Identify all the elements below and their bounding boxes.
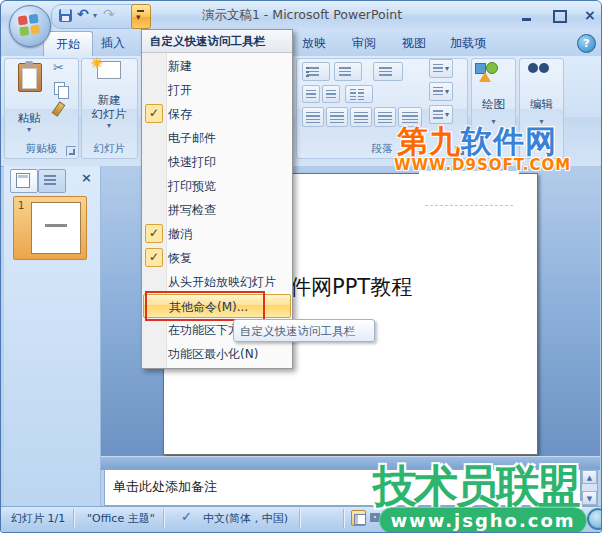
tab-view[interactable]: 视图 xyxy=(393,31,435,56)
menu-item-minimize-ribbon[interactable]: 功能区最小化(N) xyxy=(143,342,291,366)
slides-tab-icon xyxy=(16,173,30,188)
new-slide-button-line2[interactable]: 幻灯片 xyxy=(83,107,135,122)
outline-tab-icon xyxy=(44,175,56,185)
menu-item-redo[interactable]: ✓恢复 xyxy=(143,246,291,270)
undo-dropdown-icon[interactable]: ▾ xyxy=(93,11,97,20)
checkmark-icon: ✓ xyxy=(145,224,163,243)
sparkle-icon: ✳ xyxy=(91,55,103,71)
copy-icon[interactable] xyxy=(54,82,65,95)
undo-icon[interactable]: ↶ xyxy=(77,6,89,22)
slide-thumbnail-number: 1 xyxy=(18,200,24,211)
tab-home[interactable]: 开始 xyxy=(43,31,93,57)
tab-insert[interactable]: 插入 xyxy=(93,31,133,56)
help-icon[interactable]: ? xyxy=(577,34,596,53)
increase-indent-button[interactable] xyxy=(322,85,340,103)
status-slide-indicator: 幻灯片 1/1 xyxy=(11,511,65,526)
menu-item-new[interactable]: 新建 xyxy=(143,54,291,78)
menu-header: 自定义快速访问工具栏 xyxy=(142,30,292,53)
close-button[interactable]: × xyxy=(584,7,596,23)
justify-button[interactable] xyxy=(374,107,396,127)
checkmark-icon: ✓ xyxy=(145,104,163,123)
slide-title-text[interactable]: 件网PPT教程 xyxy=(290,273,412,301)
watermark-dashed-line xyxy=(425,205,513,206)
binoculars-icon xyxy=(528,63,538,73)
office-logo-icon xyxy=(18,14,41,37)
columns-button[interactable] xyxy=(345,85,373,103)
line-spacing-button[interactable] xyxy=(373,62,403,81)
notes-placeholder[interactable]: 单击此处添加备注 xyxy=(113,478,217,496)
chevron-down-icon: ▾ xyxy=(136,12,141,22)
tab-slideshow[interactable]: 放映 xyxy=(294,31,334,56)
status-theme[interactable]: "Office 主题" xyxy=(87,511,155,526)
status-separator xyxy=(163,509,164,528)
slide-thumbnail-text xyxy=(45,224,67,227)
editing-button[interactable]: 编辑 xyxy=(519,97,564,112)
align-right-button[interactable] xyxy=(350,107,372,127)
spell-check-icon[interactable]: ✓ xyxy=(181,509,192,524)
new-slide-button[interactable]: 新建 xyxy=(83,93,135,108)
drawing-button[interactable]: 绘图 xyxy=(471,97,516,112)
menu-item-save[interactable]: ✓保存 xyxy=(143,102,291,126)
tab-review[interactable]: 审阅 xyxy=(343,31,385,56)
annotation-red-box xyxy=(145,291,265,321)
slide-thumbnail-image[interactable] xyxy=(31,202,81,254)
cut-icon[interactable]: ✂ xyxy=(53,60,64,75)
menu-item-open[interactable]: 打开 xyxy=(143,78,291,102)
watermark-d9-orange: 第九 xyxy=(397,123,461,159)
checkmark-icon: ✓ xyxy=(145,248,163,267)
minimize-button[interactable] xyxy=(522,18,531,21)
status-separator xyxy=(343,509,344,528)
watermark-d9-blue: 软件网 xyxy=(461,123,557,159)
paste-dropdown-icon[interactable]: ▾ xyxy=(9,125,49,134)
align-left-button[interactable] xyxy=(302,107,324,127)
scroll-down-icon[interactable]: ▼ xyxy=(582,491,597,505)
status-separator xyxy=(299,509,300,528)
customize-qat-button[interactable]: ▾ xyxy=(131,4,151,29)
new-slide-dropdown-icon[interactable]: ▾ xyxy=(83,121,135,130)
view-normal-button[interactable] xyxy=(351,510,366,526)
drawing-triangle-icon xyxy=(479,72,491,82)
menu-item-print-preview[interactable]: 打印预览 xyxy=(143,174,291,198)
paste-button[interactable]: 粘贴 xyxy=(9,111,49,126)
maximize-button[interactable] xyxy=(553,10,567,23)
watermark-logo-circle xyxy=(587,508,602,530)
tab-addins[interactable]: 加载项 xyxy=(441,31,495,56)
qat-tooltip: 自定义快速访问工具栏 xyxy=(233,319,375,342)
scroll-up-icon[interactable]: ▲ xyxy=(582,470,597,484)
office-button[interactable] xyxy=(9,5,51,47)
clipboard-dialog-launcher-icon[interactable] xyxy=(66,146,76,156)
watermark-d9soft-url: WWW.D9SOFT.COM xyxy=(394,156,571,174)
normal-view-icon xyxy=(354,514,366,525)
powerpoint-window: 演示文稿1 - Microsoft PowerPoint ↶ ▾ ↷ ▾ × 开… xyxy=(0,0,602,533)
menu-item-undo[interactable]: ✓撤消 xyxy=(143,222,291,246)
status-language[interactable]: 中文(简体 , 中国) xyxy=(203,511,288,526)
numbering-button[interactable] xyxy=(334,62,362,81)
close-pane-icon[interactable]: × xyxy=(81,170,92,185)
menu-item-spelling[interactable]: 拼写检查 xyxy=(143,198,291,222)
status-separator xyxy=(73,509,74,528)
watermark-backing-box xyxy=(419,171,519,215)
paste-icon[interactable] xyxy=(18,63,42,92)
watermark-jsgho-pill: www.jsgho.com xyxy=(379,507,587,533)
align-center-button[interactable] xyxy=(326,107,348,127)
decrease-indent-button[interactable] xyxy=(302,85,320,103)
text-direction-button[interactable]: ▾ xyxy=(429,59,453,78)
menu-item-quick-print[interactable]: 快速打印 xyxy=(143,150,291,174)
bullets-button[interactable] xyxy=(302,62,330,81)
align-text-button[interactable]: ▾ xyxy=(429,82,453,101)
slides-group-label: 幻灯片 xyxy=(82,142,137,156)
save-icon[interactable] xyxy=(59,9,72,22)
menu-item-email[interactable]: 电子邮件 xyxy=(143,126,291,150)
redo-icon[interactable]: ↷ xyxy=(103,6,115,22)
